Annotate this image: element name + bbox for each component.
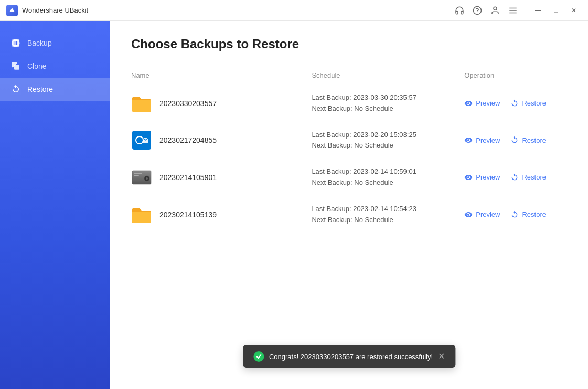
help-icon[interactable] — [473, 6, 482, 15]
svg-rect-8 — [12, 41, 13, 45]
app-logo: Wondershare UBackit — [6, 5, 455, 16]
toast-message: Congrats! 20230330203557 are restored su… — [269, 353, 433, 361]
backup-table: Name Schedule Operation 20230330203557 L… — [131, 67, 567, 233]
backup-icon — [10, 38, 21, 48]
restore-icon — [10, 84, 21, 94]
backup-operation-cell: Preview Restore — [458, 159, 567, 196]
app-body: Backup Clone Restore Choose Backups to R… — [0, 21, 588, 389]
minimize-button[interactable]: — — [530, 3, 546, 18]
svg-rect-13 — [136, 137, 143, 143]
last-backup: Last Backup: 2023-02-14 10:54:23 — [312, 205, 416, 213]
backup-name-cell: 20230330203557 — [131, 85, 305, 122]
next-backup: Next Backup: No Schedule — [312, 104, 393, 112]
operation-buttons: Preview Restore — [464, 208, 561, 221]
toast-close-button[interactable]: ✕ — [438, 352, 445, 361]
sidebar: Backup Clone Restore — [0, 21, 110, 389]
backup-type-icon — [131, 94, 152, 113]
sidebar-item-restore-label: Restore — [27, 85, 53, 93]
sidebar-item-restore[interactable]: Restore — [0, 78, 110, 101]
backup-name-cell: 20230214105901 — [131, 159, 305, 196]
restore-button[interactable]: Restore — [510, 208, 546, 221]
next-backup: Next Backup: No Schedule — [312, 141, 393, 149]
backup-schedule-cell: Last Backup: 2023-02-14 10:59:01Next Bac… — [305, 159, 458, 196]
clone-icon — [10, 61, 21, 71]
svg-rect-9 — [18, 41, 19, 45]
logo-icon — [6, 5, 18, 16]
sidebar-item-clone-label: Clone — [27, 62, 47, 70]
backup-name-wrapper: 20230217204855 — [131, 131, 299, 150]
backup-type-icon — [131, 131, 152, 150]
operation-buttons: Preview Restore — [464, 134, 561, 146]
col-header-operation: Operation — [458, 67, 567, 85]
toast-check-icon — [253, 351, 264, 362]
last-backup: Last Backup: 2023-02-14 10:59:01 — [312, 167, 416, 175]
backup-name-wrapper: 20230330203557 — [131, 94, 299, 113]
main-content: Choose Backups to Restore Name Schedule … — [110, 21, 588, 389]
page-title: Choose Backups to Restore — [131, 37, 567, 51]
svg-point-2 — [494, 7, 497, 10]
next-backup: Next Backup: No Schedule — [312, 178, 393, 186]
backup-schedule-cell: Last Backup: 2023-02-20 15:03:25Next Bac… — [305, 122, 458, 159]
svg-rect-17 — [134, 173, 142, 174]
svg-rect-6 — [12, 39, 19, 41]
col-header-schedule: Schedule — [305, 67, 458, 85]
backup-name-wrapper: 20230214105901 — [131, 168, 299, 187]
app-name: Wondershare UBackit — [22, 6, 88, 14]
titlebar: Wondershare UBackit — □ ✕ — [0, 0, 588, 21]
table-row: 20230330203557 Last Backup: 2023-03-30 2… — [131, 85, 567, 122]
restore-button[interactable]: Restore — [510, 171, 546, 184]
backup-name-text: 20230214105901 — [159, 173, 217, 182]
backup-name-text: 20230330203557 — [159, 99, 217, 108]
sidebar-item-backup-label: Backup — [27, 39, 52, 47]
sidebar-item-clone[interactable]: Clone — [0, 55, 110, 78]
window-controls: — □ ✕ — [530, 3, 582, 18]
col-header-name: Name — [131, 67, 305, 85]
backup-name-cell: 20230217204855 — [131, 122, 305, 159]
backup-name-wrapper: 20230214105139 — [131, 205, 299, 224]
backup-name-cell: 20230214105139 — [131, 196, 305, 233]
operation-buttons: Preview Restore — [464, 171, 561, 184]
last-backup: Last Backup: 2023-03-30 20:35:57 — [312, 93, 416, 101]
table-header-row: Name Schedule Operation — [131, 67, 567, 85]
restore-button[interactable]: Restore — [510, 134, 546, 146]
next-backup: Next Backup: No Schedule — [312, 216, 393, 224]
sidebar-item-backup[interactable]: Backup — [0, 31, 110, 55]
operation-buttons: Preview Restore — [464, 97, 561, 110]
backup-type-icon — [131, 205, 152, 224]
svg-point-20 — [146, 177, 148, 180]
table-row: 20230214105901 Last Backup: 2023-02-14 1… — [131, 159, 567, 196]
backup-name-text: 20230214105139 — [159, 211, 217, 219]
preview-button[interactable]: Preview — [464, 97, 500, 110]
maximize-button[interactable]: □ — [548, 3, 564, 18]
headset-icon[interactable] — [455, 6, 464, 15]
close-button[interactable]: ✕ — [566, 3, 582, 18]
titlebar-controls: — □ ✕ — [455, 3, 582, 18]
backup-operation-cell: Preview Restore — [458, 85, 567, 122]
last-backup: Last Backup: 2023-02-20 15:03:25 — [312, 131, 416, 139]
backup-type-icon — [131, 168, 152, 187]
backup-operation-cell: Preview Restore — [458, 122, 567, 159]
table-row: 20230214105139 Last Backup: 2023-02-14 1… — [131, 196, 567, 233]
menu-icon[interactable] — [508, 6, 518, 15]
backup-operation-cell: Preview Restore — [458, 196, 567, 233]
preview-button[interactable]: Preview — [464, 134, 500, 146]
backup-schedule-cell: Last Backup: 2023-03-30 20:35:57Next Bac… — [305, 85, 458, 122]
svg-rect-7 — [12, 45, 19, 47]
preview-button[interactable]: Preview — [464, 171, 500, 184]
restore-button[interactable]: Restore — [510, 97, 546, 110]
svg-rect-18 — [134, 175, 139, 176]
backup-name-text: 20230217204855 — [159, 136, 217, 144]
backup-schedule-cell: Last Backup: 2023-02-14 10:54:23Next Bac… — [305, 196, 458, 233]
user-icon[interactable] — [490, 6, 500, 15]
toast-notification: Congrats! 20230330203557 are restored su… — [243, 345, 455, 368]
table-row: 20230217204855 Last Backup: 2023-02-20 1… — [131, 122, 567, 159]
preview-button[interactable]: Preview — [464, 208, 500, 221]
